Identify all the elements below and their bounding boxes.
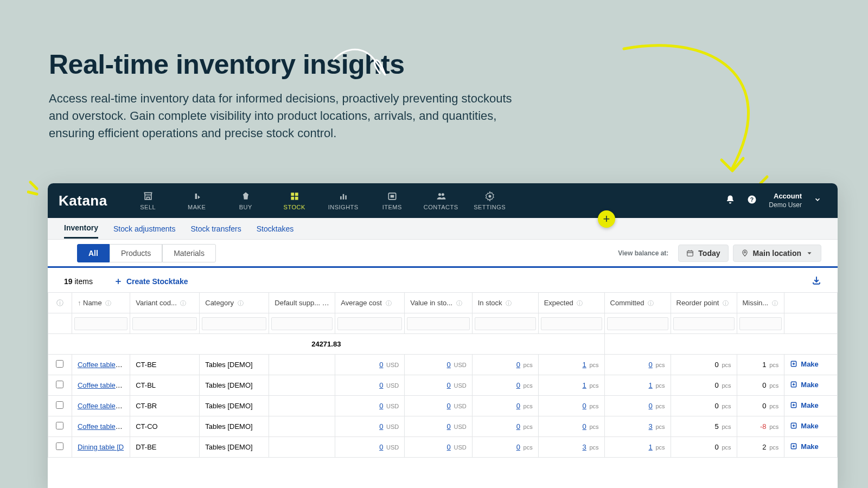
col-header[interactable]: Average cost ⓘ <box>335 293 405 313</box>
pin-icon <box>741 249 749 257</box>
avg-cost[interactable]: 0 USD <box>335 375 405 396</box>
table-row: Coffee table [DCT-COTables [DEMO]0 USD0 … <box>48 416 838 437</box>
in-stock[interactable]: 0 pcs <box>472 375 538 396</box>
nav-label: SETTINGS <box>474 204 506 210</box>
subtab-stock-transfers[interactable]: Stock transfers <box>190 220 241 238</box>
pill-tab-products[interactable]: Products <box>110 244 162 262</box>
row-checkbox[interactable] <box>56 401 63 409</box>
nav-label: CONTACTS <box>424 204 458 210</box>
row-checkbox[interactable] <box>56 442 63 450</box>
nav-settings[interactable]: SETTINGS <box>465 183 514 218</box>
make-button[interactable]: Make <box>790 442 819 451</box>
help-icon[interactable]: ? <box>747 195 757 207</box>
col-header[interactable]: ↑ Name ⓘ <box>72 293 130 313</box>
filter-input[interactable] <box>739 317 782 330</box>
filter-input[interactable] <box>202 317 266 330</box>
download-icon[interactable] <box>812 275 821 287</box>
value-in-stock[interactable]: 0 USD <box>405 355 472 375</box>
make-button[interactable]: Make <box>790 381 819 389</box>
filter-input[interactable] <box>132 317 197 330</box>
nav-buy[interactable]: BUY <box>221 183 270 218</box>
chevron-down-icon[interactable] <box>814 196 821 206</box>
create-stocktake-button[interactable]: Create Stocktake <box>114 277 188 286</box>
make-button[interactable]: Make <box>790 422 819 430</box>
table-filter-row <box>48 313 838 334</box>
avg-cost[interactable]: 0 USD <box>335 416 405 437</box>
item-link[interactable]: Dining table [D <box>78 443 124 451</box>
balance-label: View balance at: <box>618 249 668 257</box>
filter-input[interactable] <box>475 317 536 330</box>
row-checkbox[interactable] <box>56 360 63 368</box>
value-in-stock[interactable]: 0 USD <box>405 416 472 437</box>
expected[interactable]: 0 pcs <box>538 396 604 416</box>
committed[interactable]: 0 pcs <box>604 396 671 416</box>
avg-cost[interactable]: 0 USD <box>335 355 405 375</box>
in-stock[interactable]: 0 pcs <box>472 355 538 375</box>
col-header[interactable]: Missin... ⓘ <box>737 293 784 313</box>
col-header[interactable]: Variant cod... ⓘ <box>130 293 200 313</box>
supplier <box>269 437 335 458</box>
col-header[interactable]: In stock ⓘ <box>472 293 538 313</box>
pill-tab-materials[interactable]: Materials <box>162 244 216 262</box>
filter-input[interactable] <box>337 317 402 330</box>
col-header[interactable]: Value in sto... ⓘ <box>405 293 472 313</box>
nav-make[interactable]: MAKE <box>173 183 221 218</box>
nav-label: BUY <box>239 204 252 210</box>
item-link[interactable]: Coffee table [D <box>78 402 124 410</box>
avg-cost[interactable]: 0 USD <box>335 396 405 416</box>
col-header[interactable]: Reorder point ⓘ <box>671 293 737 313</box>
value-in-stock[interactable]: 0 USD <box>405 437 472 458</box>
expected[interactable]: 3 pcs <box>538 437 604 458</box>
item-link[interactable]: Coffee table [D <box>78 361 124 369</box>
filter-input[interactable] <box>541 317 602 330</box>
nav-insights[interactable]: INSIGHTS <box>319 183 368 218</box>
in-stock[interactable]: 0 pcs <box>472 437 538 458</box>
pill-tab-all[interactable]: All <box>77 244 110 262</box>
col-header[interactable]: Category ⓘ <box>200 293 269 313</box>
committed[interactable]: 1 pcs <box>604 375 671 396</box>
location-chip[interactable]: Main location <box>733 245 821 262</box>
row-checkbox[interactable] <box>56 381 63 388</box>
make-button[interactable]: Make <box>790 360 819 368</box>
subtab-inventory[interactable]: Inventory <box>64 219 98 239</box>
reorder-point: 5 pcs <box>671 416 737 437</box>
row-checkbox[interactable] <box>56 422 63 429</box>
make-button[interactable]: Make <box>790 401 819 409</box>
notifications-icon[interactable] <box>725 195 735 207</box>
avg-cost[interactable]: 0 USD <box>335 437 405 458</box>
nav-sell[interactable]: SELL <box>124 183 173 218</box>
subtab-stocktakes[interactable]: Stocktakes <box>257 220 293 238</box>
committed[interactable]: 3 pcs <box>604 416 671 437</box>
nav-stock[interactable]: STOCK <box>270 183 319 218</box>
filter-input[interactable] <box>607 317 668 330</box>
expected[interactable]: 1 pcs <box>538 375 604 396</box>
date-chip[interactable]: Today <box>678 245 728 262</box>
account-label: Account <box>769 192 802 201</box>
account-menu[interactable]: Account Demo User <box>769 192 802 209</box>
nav-contacts[interactable]: CONTACTS <box>417 183 465 218</box>
filter-input[interactable] <box>74 317 127 330</box>
nav-items[interactable]: ITEMS <box>368 183 417 218</box>
in-stock[interactable]: 0 pcs <box>472 396 538 416</box>
in-stock[interactable]: 0 pcs <box>472 416 538 437</box>
col-header[interactable]: Default supp... ⓘ <box>269 293 335 313</box>
col-info: ⓘ <box>48 293 72 313</box>
value-in-stock[interactable]: 0 USD <box>405 375 472 396</box>
contacts-icon <box>436 191 446 202</box>
col-header[interactable]: Expected ⓘ <box>538 293 604 313</box>
expected[interactable]: 1 pcs <box>538 355 604 375</box>
filter-input[interactable] <box>673 317 735 330</box>
expected[interactable]: 0 pcs <box>538 416 604 437</box>
svg-point-14 <box>442 193 444 196</box>
item-link[interactable]: Coffee table [D <box>78 381 124 389</box>
filter-input[interactable] <box>407 317 469 330</box>
subtab-stock-adjustments[interactable]: Stock adjustments <box>113 220 175 238</box>
item-link[interactable]: Coffee table [D <box>78 422 124 431</box>
committed[interactable]: 0 pcs <box>604 355 671 375</box>
committed[interactable]: 1 pcs <box>604 437 671 458</box>
col-header[interactable]: Committed ⓘ <box>604 293 671 313</box>
add-button[interactable]: + <box>598 210 615 228</box>
value-in-stock[interactable]: 0 USD <box>405 396 472 416</box>
supplier <box>269 375 335 396</box>
filter-input[interactable] <box>271 317 333 330</box>
